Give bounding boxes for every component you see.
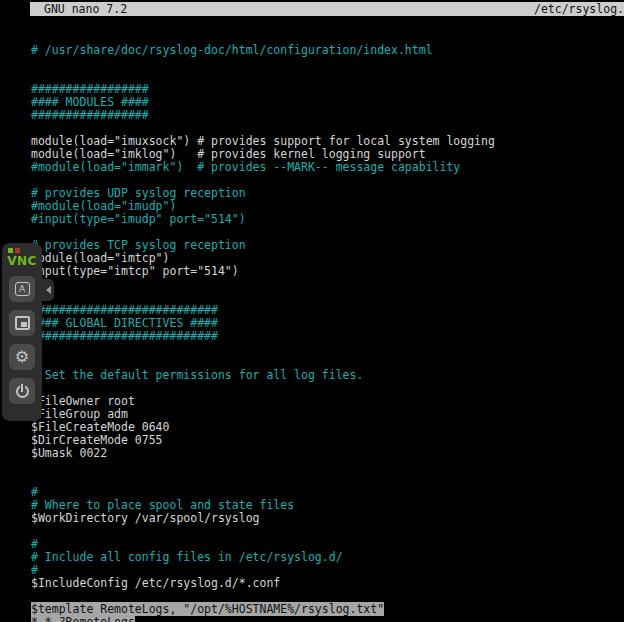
extra-keys-button[interactable]: A — [9, 276, 35, 302]
editor-line: $DirCreateMode 0755 — [31, 434, 624, 447]
nano-version-label: GNU nano 7.2 — [44, 2, 127, 16]
editor-line — [31, 525, 624, 538]
nano-titlebar: GNU nano 7.2 /etc/rsyslog. — [30, 2, 624, 16]
editor-line — [31, 57, 624, 70]
editor-line: # Set the default permissions for all lo… — [31, 369, 624, 382]
novnc-logo: VNC — [7, 248, 37, 268]
fullscreen-icon — [15, 316, 30, 330]
editor-line: #input(type="imudp" port="514") — [31, 213, 624, 226]
editor-line — [31, 343, 624, 356]
power-button[interactable] — [9, 378, 35, 404]
nano-editor-area[interactable]: # /usr/share/doc/rsyslog-doc/html/config… — [31, 18, 624, 622]
editor-line: ################# — [31, 109, 624, 122]
editor-lines: # /usr/share/doc/rsyslog-doc/html/config… — [31, 44, 624, 622]
editor-line: $Umask 0022 — [31, 447, 624, 460]
editor-line — [31, 460, 624, 473]
editor-line: $IncludeConfig /etc/rsyslog.d/*.conf — [31, 577, 624, 590]
editor-line: *.* ?RemoteLogs — [31, 616, 624, 622]
editor-line: #module(load="immark") # provides --MARK… — [31, 161, 624, 174]
vnc-terminal-canvas[interactable]: GNU nano 7.2 /etc/rsyslog. # /usr/share/… — [30, 0, 624, 622]
a-key-icon: A — [15, 282, 30, 296]
editor-line — [31, 473, 624, 486]
fullscreen-button[interactable] — [9, 310, 35, 336]
editor-line — [31, 278, 624, 291]
settings-button[interactable]: ⚙ — [9, 344, 35, 370]
nano-filename-label: /etc/rsyslog. — [534, 2, 624, 16]
editor-line: # Include all config files in /etc/rsysl… — [31, 551, 624, 564]
chevron-left-icon — [46, 286, 51, 294]
editor-line: $WorkDirectory /var/spool/rsyslog — [31, 512, 624, 525]
novnc-control-bar: VNC A ⚙ — [2, 243, 42, 421]
editor-line: ########################### — [31, 330, 624, 343]
control-bar-handle[interactable] — [42, 279, 54, 301]
power-icon — [15, 384, 30, 399]
novnc-logo-pixels-icon — [8, 248, 20, 253]
novnc-logo-text: VNC — [7, 254, 37, 268]
editor-line: input(type="imtcp" port="514") — [31, 265, 624, 278]
gear-icon: ⚙ — [15, 349, 29, 365]
editor-line: # /usr/share/doc/rsyslog-doc/html/config… — [31, 44, 624, 57]
